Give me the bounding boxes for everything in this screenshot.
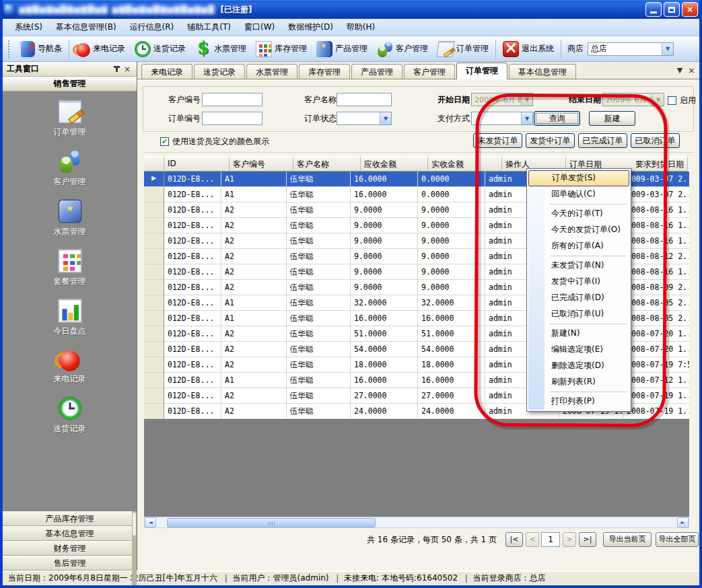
cell-receivable: 9.0000: [351, 264, 418, 280]
sidebar-group-button[interactable]: 售后管理: [3, 556, 137, 571]
context-menu-item[interactable]: 今天的订单(T): [528, 206, 629, 222]
color-display-checkbox[interactable]: ✔ 使用送货员定义的颜色展示: [160, 136, 269, 147]
toolbar-button[interactable]: [495, 40, 496, 59]
sidebar-item[interactable]: 客户管理: [54, 149, 86, 188]
toolbar-button[interactable]: 导航条: [14, 39, 67, 59]
table-column-header[interactable]: 应收金额: [361, 156, 428, 172]
sidebar-item[interactable]: 水票管理: [54, 199, 86, 237]
chevron-down-icon[interactable]: ▼: [380, 112, 391, 124]
shop-select[interactable]: 总店 ▼: [588, 42, 674, 56]
order-status-filter-button[interactable]: 已取消订单: [631, 133, 680, 148]
toolbar-button[interactable]: 客户管理: [372, 39, 433, 59]
table-column-header[interactable]: ID: [164, 156, 230, 172]
document-tab[interactable]: 产品管理: [351, 64, 402, 79]
order-status-filter-button[interactable]: 未发货订单: [473, 133, 522, 148]
context-menu-item[interactable]: 未发货订单(N): [528, 258, 629, 274]
context-menu-item[interactable]: 所有的订单(A): [528, 238, 629, 254]
maximize-button[interactable]: [664, 2, 680, 17]
context-menu-item[interactable]: 发货中订单(I): [528, 274, 629, 290]
document-tab[interactable]: 水票管理: [246, 64, 297, 79]
sidebar-item[interactable]: 套餐管理: [54, 249, 86, 287]
minimize-button[interactable]: [645, 2, 662, 17]
prev-page-button[interactable]: <: [526, 532, 539, 547]
pay-method-select[interactable]: ▼: [471, 112, 533, 125]
toolbar-button[interactable]: 水票管理: [190, 39, 251, 59]
context-menu-item[interactable]: 已取消订单(U): [528, 306, 629, 322]
context-menu-item[interactable]: 回单确认(C): [528, 186, 629, 203]
context-menu-item[interactable]: 今天的发货订单(O): [528, 222, 629, 238]
close-button[interactable]: ×: [682, 2, 698, 17]
tool-window-close-button[interactable]: ×: [122, 64, 133, 74]
sidebar-group-button[interactable]: 基本信息管理: [3, 526, 137, 541]
tab-close-icon[interactable]: ×: [688, 65, 695, 75]
order-no-input[interactable]: [202, 112, 262, 125]
last-page-button[interactable]: >|: [579, 532, 596, 547]
chevron-down-icon[interactable]: ▼: [521, 112, 532, 124]
tab-list-dropdown-icon[interactable]: ▼: [677, 66, 682, 75]
menu-item[interactable]: 数据维护(D): [281, 20, 340, 35]
context-menu-item[interactable]: 打印列表(P): [528, 394, 629, 410]
cell-order-id: 012D-E8...: [164, 280, 221, 295]
context-menu-item[interactable]: 编辑选定项(E): [528, 342, 629, 358]
document-tab[interactable]: 基本信息管理: [509, 64, 576, 79]
table-column-header[interactable]: 实收金额: [428, 156, 502, 172]
menu-item[interactable]: 帮助(H): [340, 20, 382, 35]
menu-item[interactable]: 运行信息(R): [123, 20, 181, 35]
chevron-down-icon[interactable]: ▼: [662, 43, 673, 55]
sidebar-section-sales[interactable]: 销售管理: [3, 77, 137, 91]
sidebar-item[interactable]: 今日盘点: [54, 299, 86, 337]
toolbar-button[interactable]: [561, 40, 561, 59]
order-status-filter-button[interactable]: 已完成订单: [578, 133, 627, 148]
export-all-pages-button[interactable]: 导出全部页: [656, 532, 699, 547]
document-tab[interactable]: 来电记录: [141, 64, 192, 79]
new-button[interactable]: 新建: [589, 111, 635, 126]
document-tab[interactable]: 库存管理: [299, 64, 350, 79]
sidebar-item[interactable]: 订单管理: [54, 100, 86, 138]
horizontal-scrollbar[interactable]: ◄ ►: [144, 517, 689, 528]
context-menu-item[interactable]: 新建(N): [528, 326, 629, 342]
menu-item[interactable]: 基本信息管理(B): [49, 20, 123, 35]
table-column-header[interactable]: 客户编号: [230, 156, 293, 172]
sidebar-scrollbar[interactable]: [132, 511, 137, 588]
document-tab[interactable]: 送货记录: [194, 64, 245, 79]
scrollbar-thumb[interactable]: [167, 518, 376, 527]
first-page-button[interactable]: |<: [505, 532, 523, 547]
cell-received: 27.0000: [418, 388, 485, 404]
toolbar-button[interactable]: [69, 40, 69, 59]
toolbar-button[interactable]: 退出系统: [498, 39, 559, 59]
next-page-button[interactable]: >: [563, 532, 576, 547]
scroll-right-icon[interactable]: ►: [677, 517, 689, 527]
end-date-picker[interactable]: 2009年 6月 8日▼: [602, 93, 664, 106]
context-menu-item[interactable]: 删除选定项(D): [528, 358, 629, 374]
customer-name-input[interactable]: [337, 93, 392, 106]
toolbar-button[interactable]: 送货记录: [130, 39, 190, 59]
page-number-input[interactable]: 1: [541, 532, 560, 547]
enable-checkbox[interactable]: 启用: [668, 95, 696, 106]
scroll-left-icon[interactable]: ◄: [145, 517, 156, 527]
order-status-select[interactable]: ▼: [337, 112, 392, 125]
menu-item[interactable]: 窗口(W): [238, 20, 281, 35]
toolbar-button[interactable]: 产品管理: [312, 39, 372, 59]
toolbar-button[interactable]: 来电记录: [71, 40, 130, 58]
sidebar-item[interactable]: 来电记录: [54, 348, 86, 385]
order-status-filter-button[interactable]: 发货中订单: [526, 133, 575, 148]
document-tab[interactable]: 客户管理: [404, 64, 455, 79]
document-tab[interactable]: 订单管理: [456, 63, 507, 79]
toolbar-button[interactable]: 订单管理: [433, 39, 493, 59]
query-button[interactable]: 查询: [534, 111, 580, 126]
table-column-header[interactable]: 要求到货日期: [632, 156, 688, 172]
context-menu-item[interactable]: 刷新列表(R): [528, 374, 629, 390]
menu-item[interactable]: 辅助工具(T): [180, 20, 238, 35]
context-menu-item[interactable]: 已完成订单(D): [528, 290, 629, 306]
sidebar-item[interactable]: 送货记录: [54, 396, 86, 435]
customer-no-input[interactable]: [202, 93, 262, 106]
context-menu-item[interactable]: 订单发货(S): [528, 170, 629, 186]
toolbar-button[interactable]: 库存管理: [251, 39, 312, 59]
pin-button[interactable]: [111, 64, 122, 74]
export-current-page-button[interactable]: 导出当前页: [603, 532, 652, 547]
table-column-header[interactable]: 客户名称: [293, 156, 361, 172]
start-date-picker[interactable]: 2009年 6月 8日▼: [471, 93, 533, 106]
menu-item[interactable]: 系统(S): [8, 20, 49, 35]
sidebar-group-button[interactable]: 财务管理: [3, 541, 137, 556]
sidebar-group-button[interactable]: 产品库存管理: [3, 511, 137, 526]
